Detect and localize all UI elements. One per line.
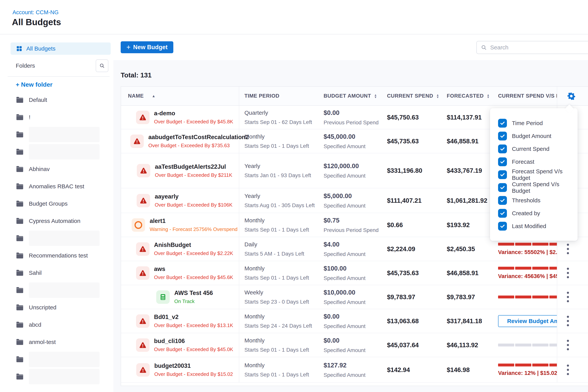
budget-name[interactable]: AnishBudget [154, 242, 233, 248]
search-input[interactable] [490, 44, 575, 51]
column-toggle-item[interactable]: Forecast [490, 155, 578, 168]
column-toggle-item[interactable]: Time Period [490, 117, 578, 130]
search-box [476, 41, 588, 54]
column-toggle-item[interactable]: Last Modified [490, 220, 578, 232]
checkbox-checked-icon[interactable] [498, 209, 507, 218]
sidebar-folder-item[interactable]: Anomalies RBAC test [8, 178, 113, 195]
checkbox-checked-icon[interactable] [498, 144, 507, 153]
table-row[interactable]: AWS Test 456 On Track Weekly Starts Sep … [121, 285, 588, 309]
column-header-name[interactable]: NAME▲ [121, 87, 239, 105]
sidebar-folder-item[interactable] [8, 282, 113, 299]
checkbox-checked-icon[interactable] [498, 183, 507, 192]
column-toggle-label: Forecast [512, 158, 534, 165]
current-spend: $111,407.21 [387, 197, 444, 204]
budget-amount: $0.00 [324, 337, 385, 344]
column-header-forecasted[interactable]: FORECASTED▲▼ [444, 87, 492, 105]
folder-name: Sahil [29, 270, 42, 276]
budget-name[interactable]: aayearly [155, 193, 232, 200]
budget-name[interactable]: aaTestBudgetAlerts22Jul [155, 163, 232, 170]
warning-triangle-icon [140, 197, 147, 204]
new-budget-button[interactable]: + New Budget [121, 41, 173, 53]
sidebar-folder-item[interactable] [8, 126, 113, 143]
sidebar-folder-item[interactable] [8, 368, 113, 385]
folder-icon [16, 235, 24, 242]
sidebar-folder-item[interactable]: ! [8, 108, 113, 126]
column-toggle-item[interactable]: Forecast Spend V/s Budget [490, 168, 578, 181]
budget-name[interactable]: AWS Test 456 [174, 290, 213, 296]
sidebar-folder-item[interactable]: Sahil [8, 264, 113, 282]
forecasted: $317,841.18 [447, 318, 492, 325]
folder-icon [16, 148, 24, 155]
sidebar-folder-item[interactable]: abcd [8, 316, 113, 334]
checkbox-checked-icon[interactable] [498, 222, 507, 230]
row-menu-kebab-icon[interactable] [567, 268, 569, 278]
checkbox-checked-icon[interactable] [498, 196, 507, 205]
checkbox-checked-icon[interactable] [498, 132, 507, 140]
table-row[interactable]: Bd01_v2 Over Budget - Exceeded By $13.1K… [121, 309, 588, 333]
sidebar-folder-item[interactable]: Budget Groups [8, 195, 113, 212]
folder-name: abcd [29, 322, 41, 328]
status-icon [136, 338, 150, 352]
sort-icon[interactable]: ▲▼ [374, 94, 377, 98]
budget-status: Over Budget - Exceeded By $2.22K [154, 250, 233, 256]
sidebar-folder-item[interactable] [8, 230, 113, 247]
sidebar-folder-item[interactable]: Abhinav [8, 160, 113, 178]
row-menu-kebab-icon[interactable] [567, 316, 569, 326]
sort-ascending-icon[interactable]: ▲ [152, 94, 156, 98]
row-menu-kebab-icon[interactable] [567, 292, 569, 302]
checkbox-checked-icon[interactable] [498, 158, 507, 166]
column-toggle-item[interactable]: Current Spend [490, 142, 578, 155]
budget-name[interactable]: budget20031 [154, 362, 233, 369]
column-toggle-item[interactable]: Budget Amount [490, 130, 578, 142]
sidebar-folder-item[interactable]: Default [8, 91, 113, 108]
column-header-budget-amount[interactable]: BUDGET AMOUNT▲▼ [318, 87, 385, 105]
budget-name[interactable]: aabudgetToTestCostRecalculation2 [148, 134, 239, 141]
table-row[interactable]: bud_cli106 Over Budget - Exceeded By $45… [121, 333, 588, 357]
budget-name[interactable]: a-demo [154, 110, 233, 117]
column-toggle-item[interactable]: Created by [490, 207, 578, 220]
account-breadcrumb-link[interactable]: Account: CCM-NG [12, 9, 58, 16]
forecasted: $46,858.91 [447, 270, 492, 277]
warning-triangle-icon [139, 318, 146, 325]
status-icon [132, 218, 145, 232]
table-row[interactable]: aws Over Budget - Exceeded By $45.6K Mon… [121, 261, 588, 285]
new-folder-button[interactable]: + New folder [8, 80, 113, 89]
warning-triangle-icon [139, 366, 146, 374]
checkbox-checked-icon[interactable] [498, 119, 507, 128]
folder-search-button[interactable] [96, 60, 108, 72]
column-header-current-spend[interactable]: CURRENT SPEND▲▼ [385, 87, 444, 105]
row-menu-kebab-icon[interactable] [567, 340, 569, 350]
sort-icon[interactable]: ▲▼ [436, 94, 439, 98]
spend-vs-budget-cell: Variance: 45636% | $45.6 [492, 261, 557, 285]
time-period: Monthly [244, 337, 318, 344]
sidebar-folder-item[interactable] [8, 143, 113, 160]
column-settings-gear-icon[interactable] [567, 92, 576, 100]
checkbox-checked-icon[interactable] [498, 170, 507, 179]
budget-status: Over Budget - Exceeded By $106K [155, 202, 232, 208]
variance-text: Variance: 12% | $15.02 ove [498, 370, 557, 376]
budget-amount: $0.00 [324, 109, 385, 116]
row-menu-kebab-icon[interactable] [567, 364, 569, 375]
budget-name[interactable]: aws [154, 266, 233, 272]
budget-name[interactable]: bud_cli106 [154, 338, 233, 344]
time-period: Monthly [244, 313, 318, 320]
search-icon [481, 44, 487, 50]
sidebar-folder-item[interactable]: Cypress Automation [8, 212, 113, 230]
column-toggle-label: Thresholds [512, 197, 540, 204]
calculator-icon [160, 294, 166, 300]
folder-list: Default ! Abhinav Anomalies RBAC test [8, 91, 113, 385]
column-toggle-item[interactable]: Thresholds [490, 194, 578, 207]
table-row[interactable]: budget20031 Over Budget - Exceeded By $1… [121, 357, 588, 383]
sort-icon[interactable]: ▲▼ [487, 94, 490, 98]
sidebar-folder-item[interactable]: anmol-test [8, 334, 113, 351]
review-budget-amount-button[interactable]: Review Budget Amount [498, 315, 557, 327]
column-toggle-item[interactable]: Current Spend V/s Budget [490, 181, 578, 194]
budget-name[interactable]: Bd01_v2 [154, 314, 233, 320]
sidebar-folder-item[interactable]: Unscripted [8, 299, 113, 316]
sidebar-folder-item[interactable] [8, 351, 113, 368]
budget-name[interactable]: alert1 [150, 218, 238, 224]
sidebar-item-label: All Budgets [26, 45, 56, 52]
row-menu-kebab-icon[interactable] [567, 244, 569, 254]
sidebar-item-all-budgets[interactable]: All Budgets [10, 42, 111, 55]
sidebar-folder-item[interactable]: Recommendations test [8, 247, 113, 264]
